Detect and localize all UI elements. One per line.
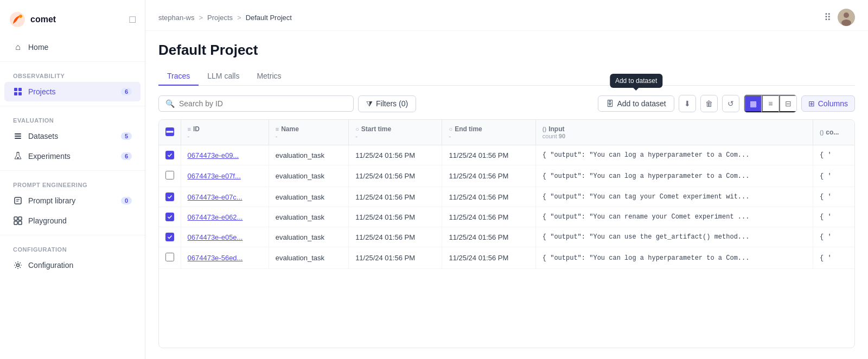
row-output-3: { '	[813, 207, 855, 227]
row-end-time-2: 11/25/24 01:56 PM	[442, 187, 535, 207]
sidebar-collapse-button[interactable]: ☐	[129, 15, 136, 25]
breadcrumb-current: Default Project	[246, 14, 292, 22]
th-select-all[interactable]	[159, 120, 181, 145]
th-end-time: ○ End time -	[442, 120, 535, 145]
playground-label: Playground	[28, 216, 132, 225]
th-start-time-label: Start time	[361, 125, 391, 133]
row-checkbox-cell-5[interactable]	[159, 247, 181, 269]
tab-llm-calls[interactable]: LLM calls	[199, 67, 248, 86]
tab-traces[interactable]: Traces	[158, 67, 199, 86]
search-box[interactable]: 🔍	[158, 95, 354, 112]
row-checkbox-cell-2[interactable]	[159, 187, 181, 207]
row-id-link-4[interactable]: 0674473e-e05e...	[188, 233, 243, 241]
th-id-sub: -	[188, 133, 262, 139]
configuration-label: Configuration	[28, 261, 132, 270]
output-col-icon: ()	[820, 129, 824, 136]
th-start-time: ○ Start time -	[349, 120, 442, 145]
prompt-library-label: Prompt library	[28, 196, 116, 205]
filter-button[interactable]: ⧩ Filters (0)	[358, 95, 416, 112]
sidebar-divider-1	[0, 61, 145, 62]
row-output-1: { '	[813, 165, 855, 187]
grid-apps-icon[interactable]: ⠿	[824, 11, 831, 23]
comet-logo-icon	[9, 11, 26, 28]
id-col-icon: ≡	[188, 126, 191, 132]
svg-rect-21	[166, 131, 173, 132]
row-checkbox-1[interactable]	[165, 171, 174, 180]
th-id-label: ID	[193, 125, 200, 133]
grid-view-icon: ▦	[750, 99, 757, 108]
tab-metrics[interactable]: Metrics	[248, 67, 290, 86]
search-icon: 🔍	[165, 99, 175, 108]
th-name-sub: -	[276, 133, 342, 139]
row-id-link-3[interactable]: 0674473e-e062...	[188, 213, 243, 221]
row-input-3: { "output": "You can rename your Comet e…	[535, 207, 813, 227]
row-name-4: evaluation_task	[269, 227, 348, 247]
view-list-button[interactable]: ≡	[762, 95, 779, 112]
svg-rect-14	[18, 217, 22, 220]
prompt-engineering-section-title: Prompt engineering	[0, 175, 145, 190]
sidebar-item-home[interactable]: ⌂ Home	[4, 37, 141, 57]
delete-button[interactable]: 🗑	[700, 95, 718, 112]
row-checkbox-cell-3[interactable]	[159, 207, 181, 227]
columns-button[interactable]: ⊞ Columns	[801, 95, 855, 112]
sidebar-item-playground[interactable]: Playground	[4, 211, 141, 230]
logo-area: comet ☐	[0, 7, 145, 37]
table-container: ≡ ID - ≡ Name -	[158, 119, 855, 348]
sidebar-item-datasets[interactable]: Datasets 5	[4, 126, 141, 146]
table-row: 0674473e-e09... evaluation_task 11/25/24…	[159, 145, 854, 165]
row-end-time-0: 11/25/24 01:56 PM	[442, 145, 535, 165]
svg-point-20	[841, 20, 851, 26]
svg-rect-15	[14, 221, 17, 225]
row-output-2: { '	[813, 187, 855, 207]
sidebar-item-projects[interactable]: Projects 6	[4, 82, 141, 101]
row-checkbox-2[interactable]	[165, 193, 174, 201]
svg-point-9	[17, 157, 19, 159]
input-col-icon: ()	[542, 126, 546, 132]
view-compact-button[interactable]: ⊟	[779, 95, 796, 112]
sidebar-item-prompt-library[interactable]: Prompt library 0	[4, 191, 141, 210]
sidebar-item-configuration[interactable]: Configuration	[4, 255, 141, 275]
row-checkbox-5[interactable]	[165, 253, 174, 261]
configuration-section-title: Configuration	[0, 240, 145, 255]
columns-label: Columns	[818, 99, 848, 108]
breadcrumb-workspace[interactable]: stephan-ws	[158, 14, 194, 22]
th-end-time-label: End time	[455, 125, 482, 133]
row-checkbox-cell-4[interactable]	[159, 227, 181, 247]
row-id-link-0[interactable]: 0674473e-e09...	[188, 151, 239, 159]
row-id-link-2[interactable]: 0674473e-e07c...	[188, 193, 242, 201]
add-to-dataset-button[interactable]: 🗄 Add to dataset	[598, 95, 674, 112]
refresh-button[interactable]: ↺	[722, 95, 739, 112]
select-all-checkbox[interactable]	[165, 127, 174, 136]
row-checkbox-4[interactable]	[165, 233, 174, 241]
end-time-col-icon: ○	[449, 126, 452, 132]
observability-section-title: Observability	[0, 66, 145, 81]
row-id-link-1[interactable]: 0674473e-e07f...	[188, 172, 241, 180]
row-checkbox-0[interactable]	[165, 151, 174, 159]
table-row: 0674473e-e07c... evaluation_task 11/25/2…	[159, 187, 854, 207]
download-button[interactable]: ⬇	[679, 95, 696, 112]
avatar[interactable]	[838, 9, 855, 26]
row-name-5: evaluation_task	[269, 247, 348, 269]
header-icons: ⠿	[824, 9, 855, 26]
row-checkbox-cell-1[interactable]	[159, 165, 181, 187]
row-output-5: { '	[813, 247, 855, 269]
view-grid-button[interactable]: ▦	[744, 95, 762, 112]
row-start-time-3: 11/25/24 01:56 PM	[349, 207, 442, 227]
svg-point-17	[17, 264, 20, 267]
breadcrumb-projects[interactable]: Projects	[207, 14, 233, 22]
svg-rect-10	[15, 197, 21, 204]
tabs: Traces LLM calls Metrics	[158, 67, 855, 86]
playground-icon	[13, 216, 23, 226]
row-end-time-4: 11/25/24 01:56 PM	[442, 227, 535, 247]
search-input[interactable]	[179, 99, 347, 108]
prompt-library-icon	[13, 196, 23, 206]
columns-icon: ⊞	[808, 99, 815, 108]
sidebar-item-experiments[interactable]: Experiments 6	[4, 146, 141, 166]
row-checkbox-cell-0[interactable]	[159, 145, 181, 165]
row-output-0: { '	[813, 145, 855, 165]
svg-rect-7	[15, 136, 21, 137]
row-id-link-5[interactable]: 0674473e-56ed...	[188, 254, 243, 262]
row-checkbox-3[interactable]	[165, 213, 174, 221]
row-input-1: { "output": "You can log a hyperparamete…	[535, 165, 813, 187]
row-input-4: { "output": "You can use the get_artifac…	[535, 227, 813, 247]
